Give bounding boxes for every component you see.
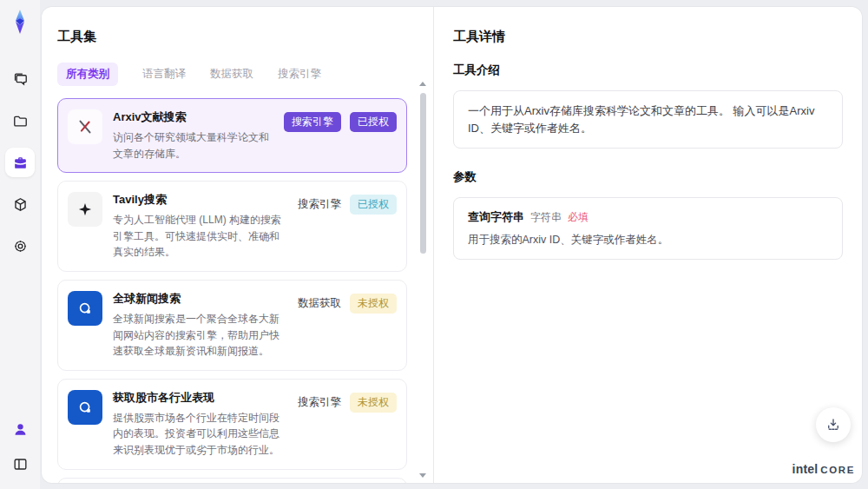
tab-search-engine[interactable]: 搜索引擎 bbox=[278, 67, 321, 82]
tab-translation[interactable]: 语言翻译 bbox=[142, 67, 186, 82]
brand-core: CORE bbox=[820, 465, 855, 475]
toolbox-icon[interactable] bbox=[5, 148, 35, 177]
tab-all-categories[interactable]: 所有类别 bbox=[57, 63, 118, 86]
user-avatar-icon[interactable] bbox=[5, 414, 35, 444]
tool-details-pane: 工具详情 工具介绍 一个用于从Arxiv存储库搜索科学论文和文章的工具。 输入可… bbox=[434, 7, 862, 483]
scroll-down-arrow[interactable] bbox=[419, 473, 426, 478]
tool-card-stock-sectors[interactable]: 获取股市各行业表现 提供股票市场各个行业在特定时间段内的表现。投资者可以利用这些… bbox=[57, 379, 407, 470]
tool-desc: 提供股票市场各个行业在特定时间段内的表现。投资者可以利用这些信息来识别表现优于或… bbox=[113, 410, 287, 459]
tool-card-global-news[interactable]: 全球新闻搜索 全球新闻搜索是一个聚合全球各大新闻网站内容的搜索引擎，帮助用户快速… bbox=[57, 280, 407, 371]
tool-desc: 全球新闻搜索是一个聚合全球各大新闻网站内容的搜索引擎，帮助用户快速获取全球最新资… bbox=[113, 311, 287, 360]
brand-intel: intel bbox=[792, 462, 819, 476]
tab-data-fetch[interactable]: 数据获取 bbox=[210, 67, 253, 82]
tavily-star-icon bbox=[68, 192, 102, 227]
intro-heading: 工具介绍 bbox=[453, 63, 843, 78]
category-label: 搜索引擎 bbox=[298, 197, 341, 212]
rail-nav bbox=[5, 64, 35, 261]
category-label: 数据获取 bbox=[298, 296, 341, 311]
scroll-up-arrow[interactable] bbox=[419, 82, 426, 86]
category-badge: 搜索引擎 bbox=[284, 112, 341, 132]
tool-name: 获取股市各行业表现 bbox=[113, 390, 287, 406]
param-type: 字符串 bbox=[530, 210, 562, 225]
category-label: 搜索引擎 bbox=[298, 395, 341, 410]
status-badge: 已授权 bbox=[350, 195, 397, 215]
params-heading: 参数 bbox=[453, 169, 843, 185]
param-item: 查询字符串 字符串 必填 用于搜索的Arxiv ID、关键字或作者姓名。 bbox=[453, 197, 843, 260]
intro-text-box: 一个用于从Arxiv存储库搜索科学论文和文章的工具。 输入可以是Arxiv ID… bbox=[453, 90, 843, 149]
list-scrollbar[interactable] bbox=[418, 82, 427, 478]
tool-card-arxiv[interactable]: Arxiv文献搜索 访问各个研究领域大量科学论文和文章的存储库。 搜索引擎 已授… bbox=[57, 98, 407, 173]
tool-list: Arxiv文献搜索 访问各个研究领域大量科学论文和文章的存储库。 搜索引擎 已授… bbox=[57, 98, 433, 483]
status-badge: 已授权 bbox=[350, 112, 397, 132]
left-rail bbox=[0, 0, 40, 489]
status-badge: 未授权 bbox=[350, 393, 397, 413]
page-title: 工具集 bbox=[57, 29, 433, 45]
tool-card-tavily[interactable]: Tavily搜索 专为人工智能代理 (LLM) 构建的搜索引擎工具。可快速提供实… bbox=[57, 181, 407, 272]
sidebar-panel-icon[interactable] bbox=[5, 449, 35, 479]
chat-icon[interactable] bbox=[5, 64, 35, 94]
param-name: 查询字符串 bbox=[468, 209, 524, 225]
arxiv-logo-icon bbox=[68, 109, 102, 144]
app-logo[interactable] bbox=[7, 9, 33, 35]
rail-bottom bbox=[5, 414, 35, 479]
folder-icon[interactable] bbox=[5, 106, 35, 135]
tool-name: Tavily搜索 bbox=[113, 192, 287, 208]
tool-card-active-stocks[interactable]: 获取市场最活跃股票信息 提供当天交易量最高的股票列表。投资者可以利用这些信息来识… bbox=[57, 478, 407, 483]
tool-desc: 专为人工智能代理 (LLM) 构建的搜索引擎工具。可快速提供实时、准确和真实的结… bbox=[113, 212, 287, 261]
download-button[interactable] bbox=[816, 407, 851, 442]
settings-gear-icon[interactable] bbox=[5, 231, 35, 261]
tool-name: 全球新闻搜索 bbox=[113, 291, 287, 307]
param-required-label: 必填 bbox=[568, 210, 589, 225]
category-tabs: 所有类别 语言翻译 数据获取 搜索引擎 bbox=[57, 63, 433, 86]
tool-name: Arxiv文献搜索 bbox=[113, 109, 273, 125]
toolset-pane: 工具集 所有类别 语言翻译 数据获取 搜索引擎 Arxiv文献搜索 访问各个研究… bbox=[42, 7, 434, 483]
status-badge: 未授权 bbox=[350, 294, 397, 314]
param-desc: 用于搜索的Arxiv ID、关键字或作者姓名。 bbox=[468, 233, 828, 248]
global-news-icon bbox=[68, 390, 102, 425]
global-news-icon bbox=[68, 291, 102, 326]
intel-core-logo: intelCORE bbox=[792, 461, 855, 477]
package-icon[interactable] bbox=[5, 189, 35, 219]
details-title: 工具详情 bbox=[453, 29, 843, 45]
scrollbar-thumb[interactable] bbox=[420, 93, 426, 254]
tool-desc: 访问各个研究领域大量科学论文和文章的存储库。 bbox=[113, 129, 273, 162]
main-window: 工具集 所有类别 语言翻译 数据获取 搜索引擎 Arxiv文献搜索 访问各个研究… bbox=[42, 7, 862, 483]
